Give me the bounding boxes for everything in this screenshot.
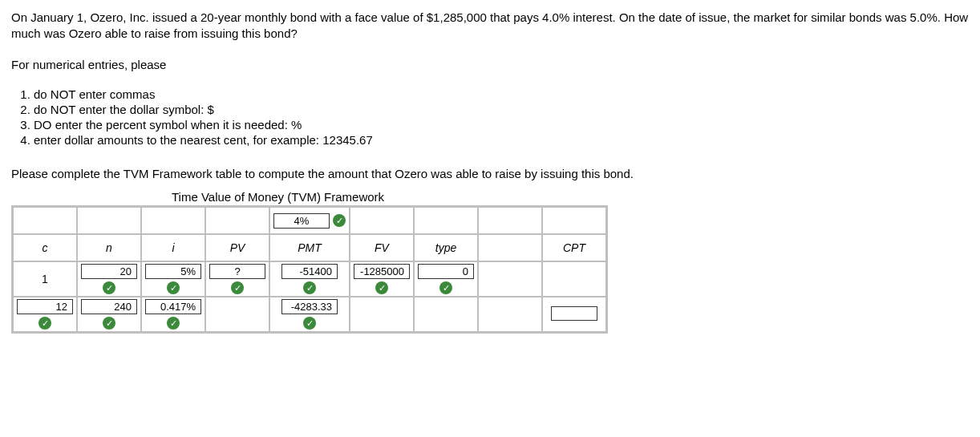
header-i: i <box>141 234 205 261</box>
header-c: c <box>13 234 77 261</box>
pmt-value-2[interactable]: -4283.33 <box>281 299 338 314</box>
type-value-1[interactable]: 0 <box>418 264 474 279</box>
coupon-rate-value[interactable]: 4% <box>273 213 330 229</box>
check-icon: ✓ <box>303 281 316 294</box>
header-pv: PV <box>205 234 269 261</box>
i-value-2[interactable]: 0.417% <box>145 299 201 314</box>
pv-value-1[interactable]: ? <box>209 264 265 279</box>
header-type: type <box>414 234 478 261</box>
check-icon: ✓ <box>103 317 115 330</box>
header-fv: FV <box>350 234 414 261</box>
check-icon: ✓ <box>167 281 180 294</box>
pmt-value-1[interactable]: -51400 <box>281 264 338 279</box>
c-value-2[interactable]: 12 <box>17 299 73 314</box>
check-icon: ✓ <box>333 214 346 227</box>
cpt-input[interactable] <box>551 306 597 321</box>
tvm-row-annual: 1 20 ✓ 5% ✓ ? ✓ -51400 ✓ -1285000 ✓ 0 ✓ <box>13 261 606 297</box>
check-icon: ✓ <box>38 317 51 330</box>
check-icon: ✓ <box>231 281 244 294</box>
check-icon: ✓ <box>375 281 388 294</box>
i-value-1[interactable]: 5% <box>145 264 201 279</box>
header-cpt: CPT <box>542 234 606 261</box>
tvm-table: 4% ✓ c n i PV PMT FV type CPT 1 20 ✓ 5% … <box>11 205 608 334</box>
n-value-1[interactable]: 20 <box>81 264 137 279</box>
tvm-row-monthly: 12 ✓ 240 ✓ 0.417% ✓ -4283.33 ✓ <box>13 297 606 332</box>
tvm-title: Time Value of Money (TVM) Framework <box>172 190 969 204</box>
instructions-lead: For numerical entries, please <box>11 57 969 73</box>
fv-value-1[interactable]: -1285000 <box>354 264 410 279</box>
header-pmt: PMT <box>269 234 350 261</box>
check-icon: ✓ <box>439 281 452 294</box>
instructions-list: do NOT enter commas do NOT enter the dol… <box>34 87 969 147</box>
c-value-1: 1 <box>42 273 48 285</box>
check-icon: ✓ <box>103 281 115 294</box>
header-n: n <box>77 234 141 261</box>
task-prompt: Please complete the TVM Framework table … <box>11 166 969 182</box>
n-value-2[interactable]: 240 <box>81 299 137 314</box>
rule-3: DO enter the percent symbol when it is n… <box>34 118 969 132</box>
rule-4: enter dollar amounts to the nearest cent… <box>34 133 969 147</box>
check-icon: ✓ <box>167 317 180 330</box>
rule-2: do NOT enter the dollar symbol: $ <box>34 103 969 116</box>
check-icon: ✓ <box>303 317 316 330</box>
rule-1: do NOT enter commas <box>34 87 969 101</box>
problem-statement: On January 1, Ozero, Inc. issued a 20-ye… <box>11 10 969 42</box>
